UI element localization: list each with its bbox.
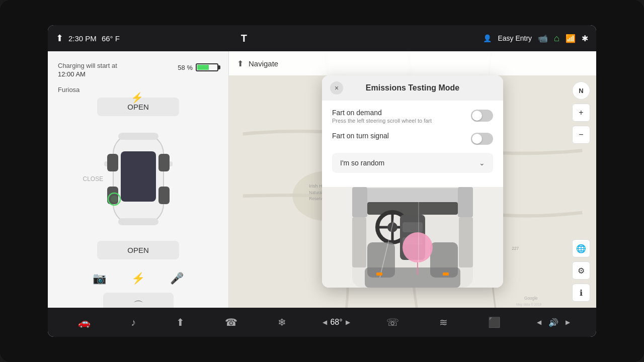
battery-bar — [196, 63, 218, 71]
lightning-bottom-icon[interactable]: ⚡ — [131, 272, 145, 285]
svg-rect-9 — [158, 187, 170, 204]
heat-taskbar-icon[interactable]: ≋ — [435, 312, 452, 332]
status-time: 2:30 PM — [68, 34, 97, 43]
menu-taskbar-icon[interactable]: ⬆ — [172, 312, 189, 332]
temp-left-chevron[interactable]: ◀ — [323, 319, 327, 326]
fart-on-turn-signal-row: Fart on turn signal — [332, 132, 493, 145]
tesla-logo: T — [241, 33, 247, 44]
emissions-modal: × Emissions Testing Mode Fart on demand … — [322, 75, 503, 288]
svg-point-11 — [111, 196, 118, 203]
easy-entry-label[interactable]: Easy Entry — [498, 34, 532, 42]
svg-rect-4 — [118, 133, 158, 140]
home-icon[interactable]: ⌂ — [554, 33, 559, 44]
svg-rect-7 — [158, 154, 170, 171]
status-bar-left: ⬆ 2:30 PM 66° F — [56, 33, 120, 44]
lightning-icon-top: ⚡ — [131, 92, 143, 104]
close-label[interactable]: CLOSE — [83, 175, 104, 183]
location-name: Furiosa — [58, 86, 79, 94]
bottom-icons-row: 📷 ⚡ 🎤 — [93, 272, 184, 285]
svg-rect-34 — [403, 222, 423, 232]
svg-point-39 — [403, 232, 433, 262]
navigation-icon: ⬆ — [56, 33, 63, 44]
svg-rect-25 — [458, 187, 473, 217]
camera-icon[interactable]: 📹 — [538, 34, 548, 43]
svg-rect-1 — [121, 151, 156, 202]
battery-fill — [197, 65, 209, 70]
fart-on-demand-toggle[interactable] — [471, 110, 493, 122]
svg-rect-23 — [362, 188, 463, 203]
map-area: Irish Hills Natural Reserve Jo... 227 Go… — [229, 51, 596, 308]
car-image-container: CLOSE — [98, 124, 179, 234]
screen-taskbar-icon[interactable]: ⬛ — [484, 312, 505, 332]
fart-on-demand-text: Fart on demand Press the left steering s… — [332, 109, 466, 124]
temp-right-chevron[interactable]: ▶ — [346, 319, 350, 326]
volume-icon[interactable]: 🔊 — [544, 314, 562, 331]
charging-info: Charging will start at 12:00 AM 58 % — [58, 61, 218, 78]
battery-percent: 58 % — [178, 64, 193, 71]
charging-will-start-text: Charging will start at — [58, 61, 117, 70]
fart-on-demand-label: Fart on demand — [332, 109, 466, 117]
svg-rect-42 — [376, 273, 382, 276]
svg-rect-43 — [443, 273, 449, 276]
mic-bottom-icon[interactable]: 🎤 — [170, 272, 184, 285]
main-content: Charging will start at 12:00 AM 58 % — [48, 51, 596, 308]
volume-left-chevron[interactable]: ◀ — [537, 319, 541, 326]
seat-taskbar-icon[interactable]: ☏ — [382, 312, 403, 332]
fart-on-demand-sublabel: Press the left steering scroll wheel to … — [332, 118, 466, 124]
status-bar-right: 👤 Easy Entry 📹 ⌂ 📶 ✱ — [483, 33, 588, 44]
dropdown-arrow-icon: ⌄ — [479, 159, 485, 167]
svg-rect-26 — [352, 217, 366, 267]
modal-overlay: × Emissions Testing Mode Fart on demand … — [229, 51, 596, 308]
temperature-group: ◀ 68° ▶ — [323, 318, 350, 327]
phone-taskbar-icon[interactable]: ☎ — [221, 312, 242, 332]
modal-close-button[interactable]: × — [330, 81, 343, 95]
svg-rect-38 — [365, 267, 460, 288]
svg-rect-5 — [118, 218, 158, 225]
svg-rect-28 — [367, 202, 458, 215]
fan-taskbar-icon[interactable]: ❄ — [274, 312, 290, 332]
fart-on-turn-signal-toggle[interactable] — [471, 133, 493, 145]
fart-on-turn-signal-label: Fart on turn signal — [332, 132, 466, 140]
car-interior — [322, 187, 503, 288]
open-bottom-button[interactable]: OPEN — [97, 241, 179, 259]
car-illustration — [98, 124, 179, 234]
car-interior-svg — [322, 187, 503, 288]
svg-rect-6 — [107, 154, 118, 171]
fart-on-turn-signal-text: Fart on turn signal — [332, 132, 466, 140]
wifi-icon: 📶 — [566, 34, 576, 43]
volume-right-chevron[interactable]: ▶ — [566, 319, 570, 326]
status-bar: ⬆ 2:30 PM 66° F T 👤 Easy Entry 📹 ⌂ 📶 ✱ — [48, 25, 596, 51]
status-temp: 66° F — [102, 34, 120, 43]
camera-bottom-icon[interactable]: 📷 — [93, 272, 106, 285]
modal-header: × Emissions Testing Mode — [322, 75, 503, 101]
left-panel: Charging will start at 12:00 AM 58 % — [48, 51, 229, 308]
bluetooth-icon: ✱ — [582, 34, 588, 43]
fart-on-demand-row: Fart on demand Press the left steering s… — [332, 109, 493, 124]
svg-rect-27 — [459, 217, 473, 267]
car-taskbar-icon[interactable]: 🚗 — [74, 312, 95, 332]
temperature-display: 68° — [330, 318, 342, 327]
volume-group: ◀ 🔊 ▶ — [537, 314, 570, 331]
profile-icon: 👤 — [483, 34, 492, 42]
dropdown-value: I'm so random — [340, 159, 384, 167]
taskbar: 🚗 ♪ ⬆ ☎ ❄ ◀ 68° ▶ ☏ ≋ ⬛ ◀ 🔊 ▶ — [48, 308, 596, 337]
modal-title: Emissions Testing Mode — [366, 83, 459, 93]
music-taskbar-icon[interactable]: ♪ — [127, 313, 140, 332]
sound-dropdown[interactable]: I'm so random ⌄ — [332, 153, 493, 173]
wipers-button[interactable]: ⌒ — [103, 293, 174, 308]
modal-body: Fart on demand Press the left steering s… — [322, 101, 503, 187]
charging-time: 12:00 AM — [58, 70, 117, 78]
svg-rect-24 — [352, 187, 367, 217]
